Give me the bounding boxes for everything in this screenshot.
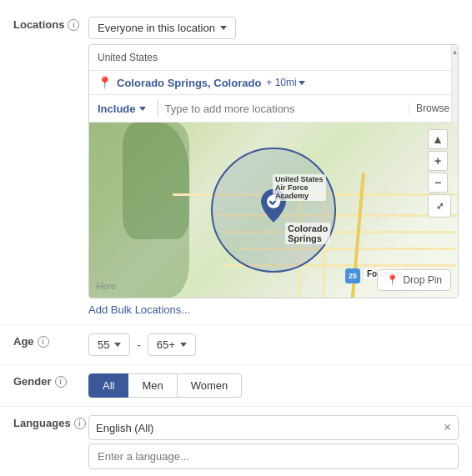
age-label: Age i	[13, 333, 88, 348]
radius-dropdown-arrow-icon	[299, 81, 305, 85]
age-controls: 55 - 65+	[88, 333, 459, 356]
drop-pin-button[interactable]: 📍 Drop Pin	[377, 269, 451, 291]
location-city-item: 📍 Colorado Springs, Colorado + 10mi	[89, 71, 458, 95]
language-tag-container: English (All) ×	[88, 415, 459, 440]
map-controls: ▲ + − ⤢	[428, 129, 451, 218]
age-separator: -	[137, 338, 140, 351]
map-label-airforce: United StatesAir ForceAcademy	[273, 174, 326, 201]
map-highway-marker: 25	[345, 268, 360, 283]
language-input-box	[88, 443, 459, 469]
here-text: Here	[96, 281, 116, 291]
locations-label: Locations i	[13, 17, 88, 31]
age-max-dropdown-arrow-icon	[180, 343, 187, 347]
map-up-button[interactable]: ▲	[428, 129, 448, 149]
age-content: 55 - 65+	[88, 333, 459, 356]
age-max-dropdown[interactable]: 65+	[148, 333, 196, 356]
language-remove-button[interactable]: ×	[444, 421, 451, 434]
map-zoom-in-button[interactable]: +	[428, 151, 448, 171]
language-tag-value: English (All)	[96, 422, 153, 434]
age-max-value: 65+	[157, 338, 175, 351]
browse-button[interactable]: Browse	[409, 103, 449, 114]
map-label-city: ColoradoSprings	[285, 223, 330, 244]
here-logo: Here	[96, 281, 116, 291]
gender-women-button[interactable]: Women	[178, 373, 243, 398]
gender-label: Gender i	[13, 373, 88, 388]
include-dropdown-arrow-icon	[139, 107, 146, 111]
drop-pin-icon: 📍	[386, 274, 399, 286]
age-min-dropdown[interactable]: 55	[88, 333, 130, 356]
gender-row: Gender i All Men Women	[0, 365, 472, 407]
map-mountain-area-2	[123, 123, 189, 239]
map-container: United StatesAir ForceAcademy ColoradoSp…	[89, 123, 458, 298]
include-row: Include Browse	[89, 95, 458, 123]
languages-label: Languages i	[13, 415, 88, 429]
location-country: United States	[89, 45, 458, 71]
drop-pin-label: Drop Pin	[403, 274, 442, 286]
locations-info-icon[interactable]: i	[68, 19, 79, 31]
location-box: ▲ ▼ United States 📍 Colorado Springs, Co…	[88, 44, 459, 298]
gender-content: All Men Women	[88, 373, 459, 398]
languages-row: Languages i English (All) ×	[0, 407, 472, 476]
radius-value: + 10mi	[266, 77, 296, 88]
include-label: Include	[98, 103, 136, 115]
locations-label-text: Locations	[13, 18, 64, 31]
country-name: United States	[98, 52, 158, 63]
include-button[interactable]: Include	[98, 103, 151, 115]
languages-label-text: Languages	[13, 417, 71, 429]
language-input[interactable]	[98, 450, 449, 463]
location-type-dropdown[interactable]: Everyone in this location	[88, 17, 236, 39]
map-zoom-out-button[interactable]: −	[428, 173, 448, 193]
gender-men-button[interactable]: Men	[128, 373, 177, 398]
age-min-value: 55	[98, 338, 109, 351]
age-label-text: Age	[13, 335, 34, 348]
location-pin-icon: 📍	[98, 76, 112, 89]
radius-control[interactable]: + 10mi	[266, 77, 304, 88]
languages-info-icon[interactable]: i	[74, 418, 86, 429]
map-terrain: United StatesAir ForceAcademy ColoradoSp…	[89, 123, 458, 298]
locations-content: Everyone in this location ▲ ▼ United Sta…	[88, 17, 459, 316]
scroll-up-button[interactable]: ▲	[452, 45, 458, 58]
gender-info-icon[interactable]: i	[55, 376, 67, 388]
gender-controls: All Men Women	[88, 373, 459, 398]
age-info-icon[interactable]: i	[38, 336, 49, 348]
map-expand-button[interactable]: ⤢	[428, 194, 451, 218]
gender-label-text: Gender	[13, 375, 52, 388]
locations-row: Locations i Everyone in this location ▲ …	[0, 8, 472, 325]
include-divider	[158, 100, 158, 117]
add-location-input[interactable]	[165, 103, 409, 115]
age-row: Age i 55 - 65+	[0, 325, 472, 365]
city-name: Colorado Springs, Colorado	[117, 77, 261, 89]
location-type-dropdown-arrow-icon	[220, 26, 227, 30]
gender-all-button[interactable]: All	[88, 373, 128, 398]
languages-content: English (All) ×	[88, 415, 459, 469]
add-bulk-locations-link[interactable]: Add Bulk Locations...	[88, 303, 190, 316]
location-type-label: Everyone in this location	[98, 22, 215, 34]
age-min-dropdown-arrow-icon	[114, 343, 121, 347]
